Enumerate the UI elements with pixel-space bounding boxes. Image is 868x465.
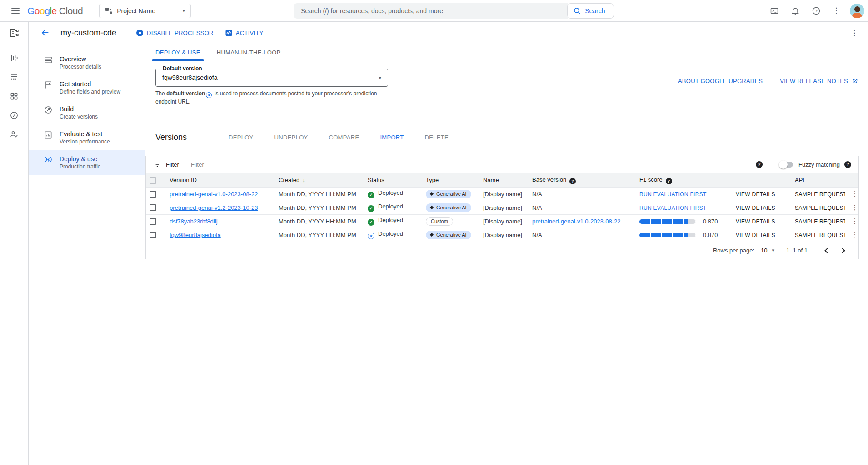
version-id-link[interactable]: fqw98eur8ajsediofa xyxy=(170,232,221,238)
f1-score-help-icon[interactable]: ? xyxy=(666,178,672,184)
google-cloud-logo: Google Cloud xyxy=(27,5,83,16)
view-details-link[interactable]: VIEW DETAILS xyxy=(736,218,775,225)
global-search: Search xyxy=(294,3,614,19)
view-release-notes-link[interactable]: VIEW RELEASE NOTES xyxy=(780,78,858,84)
rows-per-page-select[interactable]: 10 ▾ xyxy=(761,247,774,254)
tab-deploy-and-use[interactable]: DEPLOY & USE xyxy=(152,44,204,61)
search-input[interactable] xyxy=(294,3,568,19)
table-row: pretrained-genai-v1.2-2023-10-23 Month D… xyxy=(146,201,858,214)
disable-processor-button[interactable]: DISABLE PROCESSOR xyxy=(136,30,214,36)
sample-request-link[interactable]: SAMPLE REQUEST xyxy=(795,191,845,198)
select-all-checkbox[interactable] xyxy=(150,177,156,184)
about-google-upgrades-link[interactable]: ABOUT GOOGLE UPGRADES xyxy=(678,78,763,84)
row-menu-button[interactable]: ⋮ xyxy=(848,228,858,241)
import-button[interactable]: IMPORT xyxy=(380,134,404,141)
sidebar-item-sublabel: Create versions xyxy=(60,113,98,121)
chevron-down-icon: ▾ xyxy=(772,248,774,253)
filter-icon xyxy=(153,161,161,169)
main-menu-button[interactable] xyxy=(6,2,25,20)
column-header-name[interactable]: Name xyxy=(479,173,529,187)
sidebar-item-deploy-use[interactable]: Deploy & use Production traffic xyxy=(29,150,145,175)
hamburger-icon xyxy=(11,8,20,14)
column-header-created[interactable]: Created↓ xyxy=(275,173,364,187)
sidebar-item-overview[interactable]: Overview Processor details xyxy=(29,50,145,75)
sample-request-link[interactable]: SAMPLE REQUEST xyxy=(795,205,845,211)
sample-request-link[interactable]: SAMPLE REQUEST xyxy=(795,232,845,238)
back-button[interactable] xyxy=(36,24,54,42)
notifications-button[interactable] xyxy=(786,2,804,20)
rail-table-rows-icon[interactable] xyxy=(5,69,23,85)
run-evaluation-first-link[interactable]: RUN EVALUATION FIRST xyxy=(639,205,707,211)
chevron-left-icon xyxy=(824,248,829,253)
version-id-link[interactable]: dsf78yah23rhf8dilj xyxy=(170,218,218,225)
column-header-base-version[interactable]: Base version? xyxy=(529,173,636,187)
assessment-icon xyxy=(44,130,53,139)
f1-cell: 0.870 xyxy=(636,228,732,242)
titlebar-more-button[interactable]: ⋮ xyxy=(846,25,863,41)
default-version-star-icon: ★ xyxy=(206,92,212,98)
project-picker[interactable]: Project Name ▾ xyxy=(99,4,191,18)
rail-human-review-icon[interactable] xyxy=(5,127,23,142)
base-version-help-icon[interactable]: ? xyxy=(569,178,576,184)
sidebar-item-sublabel: Processor details xyxy=(60,63,101,71)
rail-processor-list-icon[interactable] xyxy=(5,50,23,66)
sidebar-item-evaluate-test[interactable]: Evaluate & test Version performance xyxy=(29,125,145,150)
column-header-f1-score[interactable]: F1 score? xyxy=(636,173,732,187)
activity-button[interactable]: ACTIVITY xyxy=(225,30,264,36)
view-details-link[interactable]: VIEW DETAILS xyxy=(736,191,775,198)
cloud-shell-button[interactable] xyxy=(765,2,783,20)
fuzzy-matching-label: Fuzzy matching xyxy=(798,161,840,168)
filter-input[interactable] xyxy=(191,161,756,168)
filter-bar: Filter ? Fuzzy matching ? xyxy=(146,156,858,173)
version-id-link[interactable]: pretrained-genai-v1.2-2023-10-23 xyxy=(170,204,258,211)
name-cell: [Display name] xyxy=(483,232,522,238)
row-menu-button[interactable]: ⋮ xyxy=(848,201,858,214)
row-checkbox[interactable] xyxy=(150,204,156,211)
column-header-status[interactable]: Status xyxy=(364,173,422,187)
version-id-link[interactable]: pretrained-genai-v1.0-2023-08-22 xyxy=(170,191,258,198)
base-version-link[interactable]: pretrained-genai-v1.0-2023-08-22 xyxy=(532,218,620,225)
view-details-link[interactable]: VIEW DETAILS xyxy=(736,232,775,238)
pagination-bar: Rows per page: 10 ▾ 1–1 of 1 xyxy=(146,242,858,259)
rail-build-icon[interactable] xyxy=(5,108,23,123)
fuzzy-matching-help-icon[interactable]: ? xyxy=(844,161,851,168)
rail-gallery-icon[interactable] xyxy=(5,89,23,104)
help-button[interactable]: ? xyxy=(807,2,825,20)
column-header-version-id[interactable]: Version ID xyxy=(166,173,275,187)
sidebar-item-build[interactable]: Build Create versions xyxy=(29,100,145,125)
filter-help-icon[interactable]: ? xyxy=(756,161,763,168)
processor-titlebar: my-custom-cde DISABLE PROCESSOR ACTIVITY… xyxy=(29,22,868,44)
compare-button[interactable]: COMPARE xyxy=(329,134,359,141)
sample-request-link[interactable]: SAMPLE REQUEST xyxy=(795,218,845,225)
external-link-icon xyxy=(852,78,858,84)
topbar-more-button[interactable]: ⋮ xyxy=(828,3,844,19)
versions-table-card: Filter ? Fuzzy matching ? xyxy=(145,156,859,259)
row-menu-button[interactable]: ⋮ xyxy=(848,215,858,228)
row-menu-button[interactable]: ⋮ xyxy=(848,188,858,200)
search-button[interactable]: Search xyxy=(567,3,614,19)
avatar[interactable] xyxy=(850,4,864,18)
flag-icon xyxy=(44,80,53,89)
status-label: Deployed xyxy=(378,230,403,237)
f1-cell: RUN EVALUATION FIRST xyxy=(636,201,732,214)
column-header-type[interactable]: Type xyxy=(422,173,479,187)
tab-human-in-the-loop[interactable]: HUMAN-IN-THE-LOOP xyxy=(213,44,284,61)
run-evaluation-first-link[interactable]: RUN EVALUATION FIRST xyxy=(639,191,707,198)
row-checkbox[interactable] xyxy=(150,191,156,198)
sparkle-icon xyxy=(430,233,434,237)
delete-button[interactable]: DELETE xyxy=(425,134,449,141)
row-checkbox[interactable] xyxy=(150,218,156,225)
row-checkbox[interactable] xyxy=(150,232,156,238)
default-version-select[interactable]: Default version fqw98eur8ajsediofa ▾ xyxy=(155,69,388,87)
sidebar-item-get-started[interactable]: Get started Define fields and preview xyxy=(29,75,145,100)
created-cell: Month DD, YYYY HH:MM PM xyxy=(279,218,356,225)
topbar-actions: ? ⋮ xyxy=(765,2,864,20)
previous-page-button[interactable] xyxy=(819,243,835,258)
broadcast-icon xyxy=(44,155,53,164)
undeploy-button[interactable]: UNDEPLOY xyxy=(274,134,308,141)
view-details-link[interactable]: VIEW DETAILS xyxy=(736,205,775,211)
next-page-button[interactable] xyxy=(835,243,850,258)
fuzzy-matching-toggle[interactable] xyxy=(779,162,793,168)
deploy-button[interactable]: DEPLOY xyxy=(229,134,254,141)
type-chip: Generative AI xyxy=(426,203,471,212)
